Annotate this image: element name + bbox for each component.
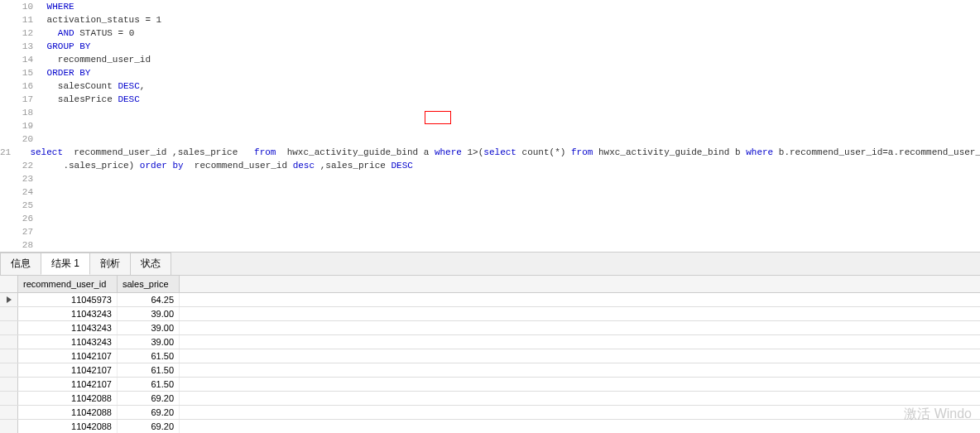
row-indicator [0, 406, 18, 419]
line-number: 27 [0, 225, 41, 238]
row-indicator [0, 392, 18, 405]
cell-sales-price[interactable]: 61.50 [118, 378, 180, 391]
line-number: 13 [0, 40, 41, 53]
code-line[interactable]: 24 [0, 185, 980, 199]
code-content[interactable]: ORDER BY [41, 66, 90, 79]
row-indicator [0, 378, 18, 391]
code-content[interactable]: activation_status = 1 [41, 13, 161, 26]
code-line[interactable]: 16 salesCount DESC, [0, 79, 980, 93]
cell-recommend-user-id[interactable]: 11045973 [18, 293, 118, 306]
results-grid: recommend_user_id sales_price 1104597364… [0, 276, 980, 433]
cell-sales-price[interactable]: 61.50 [118, 363, 180, 377]
table-row[interactable]: 1104208869.20 [0, 392, 980, 406]
code-content[interactable]: select recommend_user_id ,sales_price fr… [19, 146, 980, 159]
col-header-sales-price[interactable]: sales_price [118, 276, 180, 292]
code-content[interactable]: salesPrice DESC [41, 93, 140, 106]
tab-info[interactable]: 信息 [0, 253, 41, 275]
cell-recommend-user-id[interactable]: 11043243 [18, 321, 118, 334]
table-row[interactable]: 1104208869.20 [0, 420, 980, 433]
table-row[interactable]: 1104210761.50 [0, 378, 980, 392]
table-row[interactable]: 1104324339.00 [0, 335, 980, 349]
cell-recommend-user-id[interactable]: 11042088 [18, 406, 118, 419]
line-number: 24 [0, 185, 41, 199]
code-content[interactable]: .sales_price) order by recommend_user_id… [41, 159, 413, 172]
cell-recommend-user-id[interactable]: 11042088 [18, 392, 118, 405]
cell-sales-price[interactable]: 39.00 [118, 307, 180, 320]
current-row-icon [7, 296, 12, 303]
code-content[interactable]: GROUP BY [41, 40, 90, 53]
code-line[interactable]: 22 .sales_price) order by recommend_user… [0, 159, 980, 172]
cell-recommend-user-id[interactable]: 11042107 [18, 378, 118, 391]
code-line[interactable]: 23 [0, 172, 980, 185]
code-line[interactable]: 27 [0, 225, 980, 238]
code-editor[interactable]: 10 WHERE11 activation_status = 112 AND S… [0, 0, 980, 253]
line-number: 14 [0, 53, 41, 66]
cell-sales-price[interactable]: 39.00 [118, 321, 180, 334]
row-indicator [0, 420, 18, 433]
line-number: 11 [0, 13, 41, 26]
row-indicator [0, 335, 18, 349]
cell-recommend-user-id[interactable]: 11043243 [18, 307, 118, 320]
line-number: 15 [0, 66, 41, 79]
code-line[interactable]: 10 WHERE [0, 0, 980, 13]
line-number: 18 [0, 106, 41, 119]
line-number: 16 [0, 79, 41, 93]
cell-sales-price[interactable]: 61.50 [118, 349, 180, 363]
cell-recommend-user-id[interactable]: 11043243 [18, 335, 118, 349]
result-tabs: 信息 结果 1 剖析 状态 [0, 253, 980, 276]
tab-result-1[interactable]: 结果 1 [41, 253, 90, 275]
grid-header: recommend_user_id sales_price [0, 276, 980, 293]
cell-recommend-user-id[interactable]: 11042088 [18, 420, 118, 433]
row-indicator [0, 349, 18, 363]
code-content[interactable]: recommend_user_id [41, 53, 151, 66]
line-number: 19 [0, 119, 41, 132]
line-number: 20 [0, 132, 41, 146]
line-number: 10 [0, 0, 41, 13]
code-line[interactable]: 26 [0, 212, 980, 225]
row-indicator [0, 293, 18, 306]
line-number: 17 [0, 93, 41, 106]
cell-sales-price[interactable]: 64.25 [118, 293, 180, 306]
code-line[interactable]: 25 [0, 199, 980, 212]
row-indicator [0, 307, 18, 320]
table-row[interactable]: 1104324339.00 [0, 321, 980, 335]
line-number: 28 [0, 238, 41, 252]
line-number: 23 [0, 172, 41, 185]
line-number: 26 [0, 212, 41, 225]
code-line[interactable]: 13 GROUP BY [0, 40, 980, 53]
code-content[interactable]: AND STATUS = 0 [41, 26, 134, 40]
row-indicator [0, 363, 18, 377]
code-line[interactable]: 15 ORDER BY [0, 66, 980, 79]
cell-recommend-user-id[interactable]: 11042107 [18, 363, 118, 377]
code-line[interactable]: 11 activation_status = 1 [0, 13, 980, 26]
code-line[interactable]: 12 AND STATUS = 0 [0, 26, 980, 40]
code-line[interactable]: 28 [0, 238, 980, 252]
tab-profile[interactable]: 剖析 [89, 253, 131, 275]
table-row[interactable]: 1104324339.00 [0, 307, 980, 321]
cell-sales-price[interactable]: 39.00 [118, 335, 180, 349]
table-row[interactable]: 1104210761.50 [0, 363, 980, 378]
table-row[interactable]: 1104597364.25 [0, 293, 980, 307]
code-line[interactable]: 17 salesPrice DESC [0, 93, 980, 106]
line-number: 12 [0, 26, 41, 40]
cell-sales-price[interactable]: 69.20 [118, 392, 180, 405]
col-header-recommend-user-id[interactable]: recommend_user_id [18, 276, 118, 292]
code-line[interactable]: 21 select recommend_user_id ,sales_price… [0, 146, 980, 159]
code-line[interactable]: 19 [0, 119, 980, 132]
tab-status[interactable]: 状态 [130, 253, 171, 275]
line-number: 21 [0, 146, 19, 159]
cell-sales-price[interactable]: 69.20 [118, 420, 180, 433]
code-line[interactable]: 14 recommend_user_id [0, 53, 980, 66]
code-line[interactable]: 18 [0, 106, 980, 119]
line-number: 25 [0, 199, 41, 212]
table-row[interactable]: 1104208869.20 [0, 406, 980, 420]
cell-sales-price[interactable]: 69.20 [118, 406, 180, 419]
code-content[interactable]: salesCount DESC, [41, 79, 145, 93]
cell-recommend-user-id[interactable]: 11042107 [18, 349, 118, 363]
code-line[interactable]: 20 [0, 132, 980, 146]
table-row[interactable]: 1104210761.50 [0, 349, 980, 363]
code-content[interactable]: WHERE [41, 0, 74, 13]
line-number: 22 [0, 159, 41, 172]
row-indicator [0, 321, 18, 334]
